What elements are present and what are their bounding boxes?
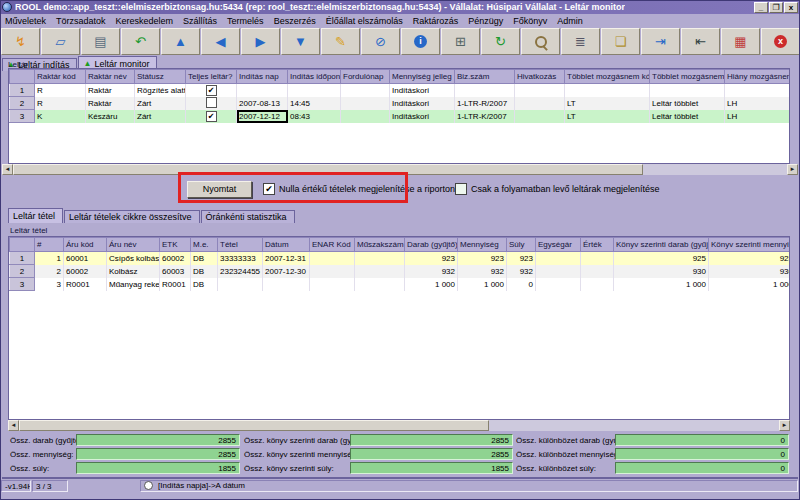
column-header-muszak[interactable]: Műszakszám	[355, 238, 405, 252]
menu-t-rzsadatok[interactable]: Törzsadatok	[51, 16, 111, 26]
column-header-rh[interactable]	[10, 70, 35, 84]
grid-cell-ertek[interactable]	[581, 278, 614, 291]
grid-cell-fordulonap[interactable]	[341, 84, 390, 97]
grid-cell-menny[interactable]: 932	[458, 265, 507, 278]
grid-cell-hivatkozas[interactable]	[515, 110, 565, 123]
first-record-button[interactable]: ▲	[161, 28, 200, 55]
refresh-button[interactable]: ↻	[481, 28, 520, 55]
column-header-inditas_ido[interactable]: Indítás időpont	[288, 70, 341, 84]
tab-leltar-tetel[interactable]: Leltár tétel	[8, 208, 63, 223]
grid-cell-hivatkozas[interactable]	[515, 84, 565, 97]
column-header-raktar_kod[interactable]: Raktár kód	[35, 70, 86, 84]
column-header-biz_szam[interactable]: Biz.szám	[455, 70, 515, 84]
grid-cell-datum[interactable]: 2007-12-30	[263, 265, 310, 278]
column-header-konyv_darab[interactable]: Könyv szerinti darab (gyűjtő)	[614, 238, 709, 252]
row-checkbox[interactable]: ✔	[206, 85, 217, 96]
grid-cell-rh[interactable]: 1	[10, 84, 35, 97]
grid-cell-darab[interactable]: 1 000	[405, 278, 458, 291]
column-header-datum[interactable]: Dátum	[263, 238, 310, 252]
scroll-left-icon[interactable]: ◄	[2, 164, 13, 175]
column-header-aru_nev[interactable]: Áru név	[107, 238, 160, 252]
close-window-button[interactable]: x	[784, 2, 798, 13]
grid-cell-statusz[interactable]: Rögzítés alatt	[135, 84, 186, 97]
grid-cell-rh[interactable]: 1	[10, 252, 35, 265]
detail-grid[interactable]: #Áru kódÁru névETKM.e.TételDátumENAR Kód…	[8, 236, 790, 420]
grid-cell-menny[interactable]: 1 000	[458, 278, 507, 291]
grid-cell-enar[interactable]	[310, 265, 355, 278]
grid-cell-teljes[interactable]: ✔	[186, 110, 237, 123]
column-header-darab[interactable]: Darab (gyűjtő)	[405, 238, 458, 252]
grid-cell-menny_jelleg[interactable]: Indításkori	[390, 110, 455, 123]
grid-cell-darab[interactable]: 932	[405, 265, 458, 278]
grid-cell-menny[interactable]: 923	[458, 252, 507, 265]
column-header-menny[interactable]: Mennyiség	[458, 238, 507, 252]
scroll-left-icon[interactable]: ◄	[8, 420, 19, 431]
grid-cell-aru_nev[interactable]: Kolbász	[107, 265, 160, 278]
report-grid-button[interactable]: ▦	[721, 28, 760, 55]
list-button[interactable]: ≣	[561, 28, 600, 55]
grid-cell-me[interactable]: DB	[191, 265, 218, 278]
grid-cell-hivatkozas[interactable]	[515, 97, 565, 110]
grid-cell-tetel[interactable]: 232324455	[218, 265, 263, 278]
menu-sz-ll-t-s[interactable]: Szállítás	[178, 16, 222, 26]
grid-cell-muszak[interactable]	[355, 278, 405, 291]
delete-button[interactable]: ⊘	[361, 28, 400, 55]
close-button[interactable]: x	[761, 28, 800, 55]
grid-cell-raktar_kod[interactable]: R	[35, 84, 86, 97]
grid-cell-rh[interactable]: 2	[10, 97, 35, 110]
column-header-suly[interactable]: Súly	[507, 238, 536, 252]
grid-cell-tobblet_kod[interactable]: LT	[565, 110, 650, 123]
grid-cell-statusz[interactable]: Zárt	[135, 110, 186, 123]
grid-cell-konyv_darab[interactable]: 930	[614, 265, 709, 278]
column-header-konyv_menny[interactable]: Könyv szerinti mennyiség	[709, 238, 791, 252]
grid-cell-biz_szam[interactable]: 1-LTR-K/2007	[455, 110, 515, 123]
grid-cell-datum[interactable]	[263, 278, 310, 291]
column-header-teljes[interactable]: Teljes leltár?	[186, 70, 237, 84]
row-checkbox[interactable]: ✔	[206, 111, 217, 122]
column-header-ertek[interactable]: Érték	[581, 238, 614, 252]
grid-cell-egysegar[interactable]	[536, 265, 581, 278]
grid-cell-darab[interactable]: 923	[405, 252, 458, 265]
search-button[interactable]	[521, 28, 560, 55]
grid-cell-aru_kod[interactable]: R0001	[64, 278, 107, 291]
grid-cell-tetel[interactable]: 33333333	[218, 252, 263, 265]
grid-cell-raktar_nev[interactable]: Raktár	[86, 97, 135, 110]
grid-cell-hiany_kod[interactable]	[725, 84, 791, 97]
column-header-enar[interactable]: ENAR Kód	[310, 238, 355, 252]
grid-cell-teljes[interactable]	[186, 97, 237, 110]
column-header-aru_kod[interactable]: Áru kód	[64, 238, 107, 252]
column-header-raktar_nev[interactable]: Raktár név	[86, 70, 135, 84]
grid-cell-konyv_darab[interactable]: 925	[614, 252, 709, 265]
grid-cell-ertek[interactable]	[581, 252, 614, 265]
grid-cell-biz_szam[interactable]: 1-LTR-R/2007	[455, 97, 515, 110]
grid-cell-inditas_nap[interactable]: 2007-12-12	[237, 110, 288, 123]
export-table-button[interactable]: ⇥	[641, 28, 680, 55]
grid-cell-inditas_nap[interactable]	[237, 84, 288, 97]
grid-cell-me[interactable]: DB	[191, 252, 218, 265]
edit-button[interactable]: ✎	[321, 28, 360, 55]
prev-record-button[interactable]: ◀	[201, 28, 240, 55]
grid-cell-raktar_nev[interactable]: Raktár	[86, 84, 135, 97]
grid-cell-inditas_ido[interactable]	[288, 84, 341, 97]
grid-cell-konyv_menny[interactable]: 925	[709, 252, 791, 265]
grid-cell-aru_kod[interactable]: 60002	[64, 265, 107, 278]
last-record-button[interactable]: ▼	[281, 28, 320, 55]
exit-button[interactable]: ↯	[1, 28, 40, 55]
column-header-fordulonap[interactable]: Fordulónap	[341, 70, 390, 84]
form-button[interactable]: ⊞	[441, 28, 480, 55]
column-header-hiany_kod[interactable]: Hiány mozgásnem kód	[725, 70, 791, 84]
grid-cell-ertek[interactable]	[581, 265, 614, 278]
inventory-grid[interactable]: Raktár kódRaktár névStátuszTeljes leltár…	[8, 68, 790, 164]
grid-cell-raktar_kod[interactable]: K	[35, 110, 86, 123]
grid-cell-konyv_menny[interactable]: 930	[709, 265, 791, 278]
grid-cell-muszak[interactable]	[355, 252, 405, 265]
grid-cell-etk[interactable]: R0001	[160, 278, 191, 291]
menu-admin[interactable]: Admin	[552, 16, 588, 26]
info-button[interactable]: i	[401, 28, 440, 55]
grid-cell-inditas_ido[interactable]: 14:45	[288, 97, 341, 110]
menu-m-veletek[interactable]: Műveletek	[0, 16, 51, 26]
grid-cell-rh[interactable]: 3	[10, 278, 35, 291]
grid-cell-aru_nev[interactable]: Csípős kolbász	[107, 252, 160, 265]
column-header-hivatkozas[interactable]: Hivatkozás	[515, 70, 565, 84]
grid-cell-etk[interactable]: 60003	[160, 265, 191, 278]
